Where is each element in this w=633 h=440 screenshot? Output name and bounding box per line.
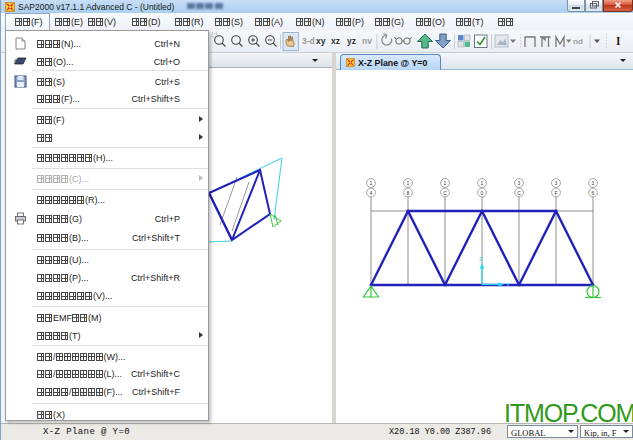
- svg-text:C: C: [517, 190, 521, 196]
- svg-text:nv: nv: [362, 36, 372, 46]
- svg-text:3: 3: [518, 180, 521, 186]
- svg-text:yz: yz: [347, 36, 356, 46]
- svg-text:6: 6: [592, 190, 595, 196]
- svg-text:8: 8: [407, 190, 410, 196]
- svg-text:X: X: [506, 282, 510, 288]
- svg-text:C: C: [443, 190, 447, 196]
- svg-text:3-d: 3-d: [302, 36, 315, 46]
- svg-text:F: F: [554, 190, 557, 196]
- svg-text:xz: xz: [331, 36, 340, 46]
- svg-text:1: 1: [407, 180, 410, 186]
- svg-text:3: 3: [592, 180, 595, 186]
- svg-text:Z: Z: [479, 256, 483, 262]
- svg-text:1: 1: [481, 180, 484, 186]
- svg-text:1: 1: [370, 180, 373, 186]
- svg-text:I: I: [616, 35, 621, 47]
- svg-text:1: 1: [444, 180, 447, 186]
- svg-text:nd: nd: [573, 37, 583, 46]
- svg-text:3: 3: [555, 180, 558, 186]
- svg-text:0: 0: [481, 190, 484, 196]
- svg-text:xy: xy: [316, 36, 326, 46]
- svg-text:4: 4: [370, 190, 373, 196]
